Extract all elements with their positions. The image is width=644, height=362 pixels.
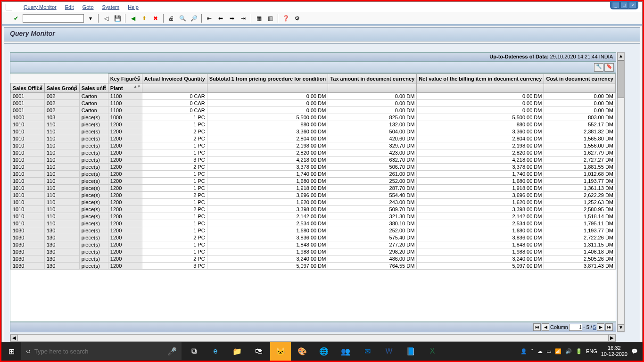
dim-cell[interactable]: piece(s) [79,248,108,255]
app2-icon[interactable]: 🎨 [292,342,313,361]
value-cell[interactable]: 1,408.18 DM [544,248,616,255]
dim-cell[interactable]: piece(s) [79,135,108,142]
tray-wifi-icon[interactable]: 📶 [555,348,561,354]
dim-cell[interactable]: 1030 [11,241,45,248]
dim-cell[interactable]: 1200 [108,178,142,185]
value-cell[interactable]: 0 CAR [142,100,207,107]
table-row[interactable]: 1030130piece(s)12002 PC3,240.00 DM486.00… [11,255,616,263]
value-cell[interactable]: 2,804.00 DM [207,135,328,142]
dim-cell[interactable]: 1010 [11,135,45,142]
dim-cell[interactable]: 1000 [11,114,45,121]
tray-people-icon[interactable]: 👤 [520,348,527,354]
kf-header[interactable]: Net value of the billing item in documen… [417,74,544,83]
value-cell[interactable]: 3 PC [142,156,207,164]
table-row[interactable]: 1010110piece(s)12002 PC3,360.00 DM504.00… [11,128,616,135]
value-cell[interactable]: 1 PC [142,171,207,178]
nav-last-icon[interactable]: ⏭ [605,323,613,331]
dim-cell[interactable]: 1010 [11,178,45,185]
value-cell[interactable]: 2,381.32 DM [544,128,616,135]
table-row[interactable]: 0001002Carton11000 CAR0.00 DM0.00 DM0.00… [11,93,616,100]
value-cell[interactable]: 504.00 DM [328,128,417,135]
dim-header[interactable]: Sales Group▲▼ [45,83,80,93]
back2-icon[interactable]: ◀ [128,14,138,23]
scroll-down-icon[interactable]: ▼ [618,324,624,332]
value-cell[interactable]: 1,918.00 DM [417,185,544,192]
table-row[interactable]: 1030130piece(s)12003 PC5,097.00 DM764.55… [11,263,616,270]
value-cell[interactable]: 1 PC [142,142,207,149]
value-cell[interactable]: 1,361.13 DM [544,185,616,192]
value-cell[interactable]: 0.00 DM [207,93,328,100]
table-row[interactable]: 1010110piece(s)12002 PC3,696.00 DM554.40… [11,192,616,199]
value-cell[interactable]: 132.00 DM [328,121,417,128]
value-cell[interactable]: 1,795.11 DM [544,220,616,227]
dim-cell[interactable]: piece(s) [79,234,108,241]
value-cell[interactable]: 2 PC [142,255,207,263]
value-cell[interactable]: 1 PC [142,227,207,234]
key-figures-header[interactable]: Key Figures▲▼ [108,74,142,83]
value-cell[interactable]: 2,820.00 DM [207,149,328,156]
dim-cell[interactable]: 130 [45,263,80,270]
dim-cell[interactable]: 1200 [108,213,142,220]
value-cell[interactable]: 3,696.00 DM [207,192,328,199]
dim-cell[interactable]: 1200 [108,135,142,142]
value-cell[interactable]: 632.70 DM [328,156,417,164]
value-cell[interactable]: 552.17 DM [544,121,616,128]
table-row[interactable]: 1010110piece(s)12001 PC880.00 DM132.00 D… [11,121,616,128]
next-page-icon[interactable]: ➡ [227,14,237,23]
value-cell[interactable]: 252.00 DM [328,227,417,234]
value-cell[interactable]: 261.00 DM [328,171,417,178]
table-row[interactable]: 1010110piece(s)12001 PC2,534.00 DM380.10… [11,220,616,227]
value-cell[interactable]: 3,836.00 DM [417,234,544,241]
table-row[interactable]: 1010110piece(s)12001 PC2,820.00 DM423.00… [11,149,616,156]
value-cell[interactable]: 3 PC [142,263,207,270]
table-row[interactable]: 1010110piece(s)12001 PC2,142.00 DM321.30… [11,213,616,220]
dim-cell[interactable]: 110 [45,142,80,149]
value-cell[interactable]: 3,360.00 DM [417,128,544,135]
value-cell[interactable]: 0.00 DM [544,93,616,100]
find-icon[interactable]: 🔍 [178,14,187,23]
dim-cell[interactable]: 1200 [108,164,142,171]
cancel-icon[interactable]: ✖ [151,14,160,23]
table-row[interactable]: 1010110piece(s)12001 PC2,198.00 DM329.70… [11,142,616,149]
dim-cell[interactable]: 110 [45,206,80,213]
value-cell[interactable]: 1 PC [142,185,207,192]
dim-cell[interactable]: 130 [45,227,80,234]
value-cell[interactable]: 252.00 DM [328,178,417,185]
teams-icon[interactable]: 👥 [335,342,356,361]
settings-icon[interactable]: ⚙ [292,14,302,23]
value-cell[interactable]: 2 PC [142,234,207,241]
value-cell[interactable]: 3,360.00 DM [207,128,328,135]
value-cell[interactable]: 2,142.00 DM [207,213,328,220]
dim-cell[interactable]: Carton [79,93,108,100]
dim-cell[interactable]: 1030 [11,248,45,255]
value-cell[interactable]: 1 PC [142,241,207,248]
dim-cell[interactable]: 1200 [108,192,142,199]
data-grid[interactable]: Key Figures▲▼Actual Invoiced QuantitySub… [10,73,616,322]
value-cell[interactable]: 1 PC [142,114,207,121]
value-cell[interactable]: 0.00 DM [328,100,417,107]
scroll-right-icon[interactable]: ▶ [608,335,616,341]
dim-cell[interactable]: 1200 [108,149,142,156]
dropdown-icon[interactable]: ▾ [86,14,95,23]
value-cell[interactable]: 1 PC [142,178,207,185]
value-cell[interactable]: 3,378.00 DM [207,164,328,171]
dim-cell[interactable]: 0001 [11,100,45,107]
table-row[interactable]: 1010110piece(s)12001 PC1,680.00 DM252.00… [11,178,616,185]
menu-edit[interactable]: Edit [65,4,74,10]
dim-cell[interactable]: piece(s) [79,199,108,206]
value-cell[interactable]: 2 PC [142,128,207,135]
value-cell[interactable]: 1 PC [142,220,207,227]
value-cell[interactable]: 1,848.00 DM [417,241,544,248]
value-cell[interactable]: 3,398.00 DM [207,206,328,213]
tray-lang[interactable]: ENG [586,348,597,354]
value-cell[interactable]: 0.00 DM [328,107,417,114]
value-cell[interactable]: 420.60 DM [328,135,417,142]
tray-notifications-icon[interactable]: 💬 [631,348,638,354]
value-cell[interactable]: 329.70 DM [328,142,417,149]
value-cell[interactable]: 1,193.77 DM [544,178,616,185]
table-row[interactable]: 0001002Carton11000 CAR0.00 DM0.00 DM0.00… [11,107,616,114]
tool-bookmark-icon[interactable]: 🔖 [604,63,614,72]
value-cell[interactable]: 2 PC [142,164,207,171]
tool-wrench-icon[interactable]: 🔧 [594,63,603,72]
vertical-scrollbar[interactable]: ▲ ▼ [617,52,625,332]
